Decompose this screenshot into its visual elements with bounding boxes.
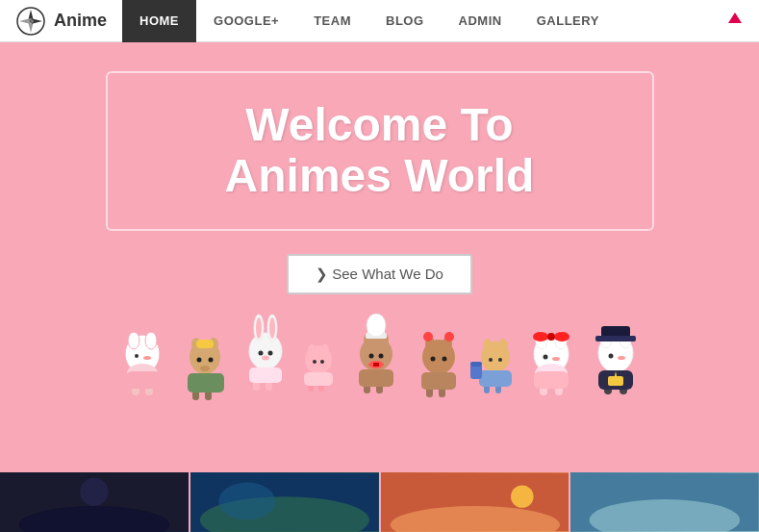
- svg-point-87: [533, 332, 548, 342]
- brand-logo[interactable]: Anime: [0, 6, 122, 37]
- svg-point-55: [367, 314, 386, 337]
- bottom-gallery: [0, 472, 759, 532]
- gallery-thumb-3[interactable]: [381, 472, 569, 532]
- svg-point-69: [483, 339, 493, 352]
- hero-section: Welcome To Animes World ❯ See What We Do: [0, 42, 759, 429]
- svg-point-70: [498, 339, 508, 352]
- svg-rect-77: [470, 362, 482, 367]
- svg-point-97: [618, 356, 625, 360]
- up-arrow-icon: [726, 10, 744, 27]
- nav-googleplus[interactable]: GOOGLE+: [196, 0, 296, 42]
- gallery-image-4: [570, 472, 759, 532]
- gallery-image-2: [190, 472, 379, 532]
- nav-links: HOME GOOGLE+ TEAM BLOG ADMIN GALLERY: [122, 0, 617, 41]
- svg-point-35: [267, 350, 272, 355]
- svg-point-26: [249, 333, 282, 369]
- svg-point-52: [378, 353, 383, 358]
- svg-point-44: [320, 360, 324, 364]
- svg-rect-15: [126, 371, 161, 389]
- svg-point-34: [258, 350, 263, 355]
- svg-point-23: [208, 357, 213, 362]
- svg-point-29: [256, 317, 262, 339]
- hero-title: Welcome To Animes World: [165, 100, 595, 202]
- svg-point-88: [554, 332, 569, 342]
- nav-team[interactable]: TEAM: [296, 0, 368, 42]
- svg-point-89: [547, 333, 555, 341]
- svg-rect-33: [249, 367, 282, 383]
- svg-point-64: [430, 356, 435, 361]
- svg-point-110: [511, 485, 533, 507]
- nav-blog[interactable]: BLOG: [368, 0, 442, 42]
- characters-svg: [106, 304, 654, 405]
- svg-point-85: [552, 357, 560, 361]
- svg-point-96: [608, 353, 613, 358]
- svg-rect-63: [421, 372, 456, 390]
- svg-rect-99: [595, 336, 636, 342]
- gallery-thumb-4[interactable]: [570, 472, 759, 532]
- svg-point-107: [218, 482, 275, 519]
- svg-point-65: [442, 356, 446, 361]
- svg-point-36: [262, 355, 269, 360]
- svg-point-103: [80, 478, 108, 506]
- svg-point-5: [29, 19, 33, 23]
- svg-point-75: [498, 358, 502, 362]
- svg-point-51: [368, 353, 373, 358]
- hero-title-box: Welcome To Animes World: [106, 71, 654, 231]
- characters-area: [19, 304, 740, 410]
- svg-rect-24: [196, 340, 214, 348]
- svg-point-74: [489, 358, 493, 362]
- svg-point-14: [143, 356, 151, 360]
- svg-marker-6: [728, 13, 742, 23]
- compass-icon: [15, 6, 46, 37]
- svg-point-25: [200, 366, 210, 371]
- gallery-image-1: [0, 472, 189, 532]
- scroll-up-button[interactable]: [711, 10, 759, 32]
- brand-name: Anime: [54, 11, 107, 31]
- nav-gallery[interactable]: GALLERY: [519, 0, 617, 42]
- svg-rect-76: [470, 365, 482, 379]
- svg-rect-57: [373, 363, 379, 367]
- svg-rect-50: [359, 369, 393, 387]
- svg-point-39: [321, 344, 329, 354]
- svg-point-13: [135, 354, 139, 358]
- svg-point-8: [128, 332, 139, 349]
- nav-home[interactable]: HOME: [122, 0, 196, 42]
- svg-point-30: [269, 317, 275, 339]
- svg-rect-86: [534, 371, 569, 389]
- gallery-thumb-2[interactable]: [190, 472, 379, 532]
- gallery-image-3: [381, 472, 569, 532]
- svg-point-84: [543, 354, 547, 359]
- svg-point-67: [444, 332, 454, 342]
- svg-point-43: [313, 360, 316, 364]
- svg-rect-21: [188, 373, 224, 393]
- svg-point-66: [423, 332, 433, 342]
- navbar: Anime HOME GOOGLE+ TEAM BLOG ADMIN GALLE…: [0, 0, 759, 42]
- svg-rect-73: [479, 370, 512, 387]
- svg-rect-42: [304, 372, 333, 386]
- nav-admin[interactable]: ADMIN: [442, 0, 519, 42]
- svg-point-22: [196, 357, 201, 362]
- see-what-button[interactable]: ❯ See What We Do: [287, 254, 472, 294]
- gallery-thumb-1[interactable]: [0, 472, 189, 532]
- svg-point-9: [145, 332, 157, 349]
- svg-point-38: [308, 344, 316, 354]
